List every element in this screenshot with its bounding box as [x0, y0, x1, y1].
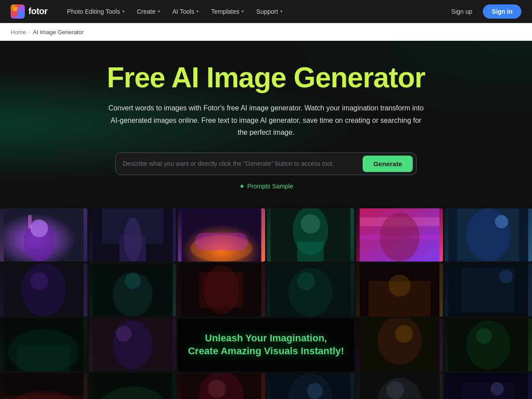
- gallery-image[interactable]: [356, 263, 443, 317]
- logo-icon: [11, 4, 25, 19]
- logo[interactable]: fotor: [11, 4, 47, 19]
- navbar: fotor Photo Editing Tools ▾ Create ▾ AI …: [0, 0, 532, 23]
- gallery-image[interactable]: [89, 263, 176, 317]
- gallery-image[interactable]: [89, 373, 176, 399]
- gallery-image[interactable]: [267, 373, 354, 399]
- gallery-image[interactable]: [89, 318, 176, 372]
- prompt-input[interactable]: [123, 160, 359, 167]
- logo-text: fotor: [28, 6, 47, 16]
- gallery-row-4: [0, 373, 532, 399]
- gallery-image[interactable]: [356, 318, 443, 372]
- gallery-image[interactable]: [178, 208, 265, 262]
- hero-description: Convert words to images with Fotor's fre…: [106, 102, 426, 138]
- svg-rect-1: [18, 7, 23, 11]
- chevron-down-icon: ▾: [280, 9, 282, 14]
- breadcrumb: Home › AI Image Generator: [0, 23, 532, 41]
- nav-templates[interactable]: Templates ▾: [206, 5, 249, 18]
- prompts-sample-link[interactable]: ✦ Prompts Sample: [11, 182, 521, 191]
- svg-rect-7: [28, 215, 31, 228]
- gallery-row-1: [0, 208, 532, 262]
- gallery-image[interactable]: [356, 208, 443, 262]
- nav-ai-tools[interactable]: AI Tools ▾: [167, 5, 204, 18]
- signup-button[interactable]: Sign up: [446, 5, 477, 18]
- gallery-image[interactable]: [178, 373, 265, 399]
- hero-title: Free AI Image Generator: [11, 62, 521, 93]
- nav-photo-editing[interactable]: Photo Editing Tools ▾: [62, 5, 130, 18]
- gallery-image[interactable]: [0, 373, 87, 399]
- gallery-image[interactable]: [445, 208, 532, 262]
- svg-rect-3: [18, 12, 23, 16]
- gallery-image[interactable]: [445, 263, 532, 317]
- overlay-line2: Create Amazing Visuals Instantly!: [188, 345, 344, 358]
- gallery-image[interactable]: [356, 373, 443, 399]
- svg-point-26: [495, 215, 509, 228]
- gallery-row-2: [0, 263, 532, 317]
- gallery-row-3: Unleash Your Imagination, Create Amazing…: [0, 318, 532, 372]
- gallery-section: Unleash Your Imagination, Create Amazing…: [0, 208, 532, 399]
- nav-right: Sign up Sign in: [446, 4, 521, 19]
- generate-button[interactable]: Generate: [363, 156, 413, 172]
- breadcrumb-current: AI Image Generator: [33, 29, 83, 35]
- gallery-image[interactable]: [445, 318, 532, 372]
- svg-rect-14: [195, 233, 248, 250]
- nav-items: Photo Editing Tools ▾ Create ▾ AI Tools …: [62, 5, 446, 18]
- chevron-down-icon: ▾: [242, 9, 244, 14]
- gallery-image[interactable]: [267, 263, 354, 317]
- svg-rect-2: [13, 12, 17, 16]
- gallery-image[interactable]: [445, 373, 532, 399]
- hero-section: Free AI Image Generator Convert words to…: [0, 41, 532, 208]
- gallery-image[interactable]: [0, 208, 87, 262]
- nav-create[interactable]: Create ▾: [132, 5, 165, 18]
- chevron-down-icon: ▾: [158, 9, 160, 14]
- overlay-line1: Unleash Your Imagination,: [205, 332, 327, 345]
- svg-rect-0: [13, 7, 17, 11]
- svg-point-22: [379, 213, 419, 262]
- nav-support[interactable]: Support ▾: [251, 5, 288, 18]
- svg-rect-18: [297, 242, 324, 262]
- sparkle-icon: ✦: [239, 182, 245, 191]
- gallery-image[interactable]: [267, 208, 354, 262]
- signin-button[interactable]: Sign in: [483, 4, 521, 19]
- gallery-image[interactable]: [0, 318, 87, 372]
- svg-point-6: [30, 219, 48, 237]
- svg-point-11: [124, 217, 141, 262]
- gallery-image[interactable]: [178, 263, 265, 317]
- prompt-input-bar: Generate: [115, 153, 417, 175]
- gallery-overlay-text: Unleash Your Imagination, Create Amazing…: [178, 318, 354, 372]
- breadcrumb-home[interactable]: Home: [11, 29, 26, 35]
- chevron-down-icon: ▾: [196, 9, 199, 14]
- gallery-image[interactable]: [89, 208, 176, 262]
- breadcrumb-separator: ›: [29, 29, 31, 35]
- chevron-down-icon: ▾: [122, 9, 125, 14]
- svg-point-17: [301, 214, 320, 234]
- gallery-image[interactable]: [0, 263, 87, 317]
